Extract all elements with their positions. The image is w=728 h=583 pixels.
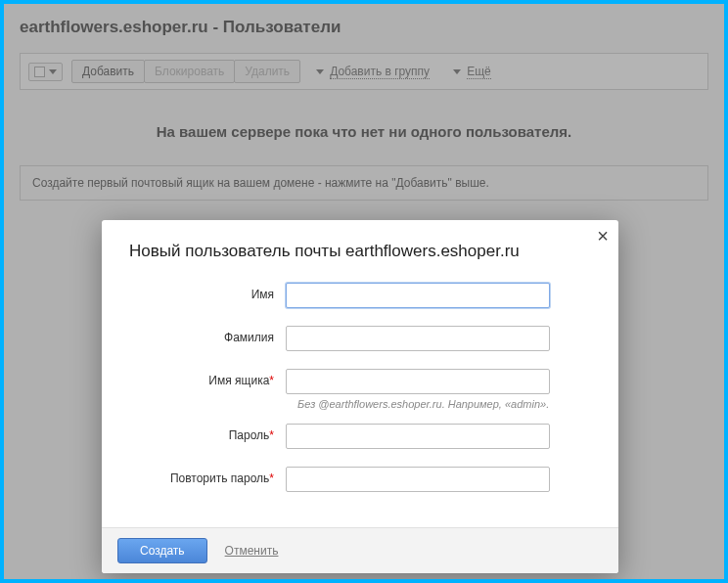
last-name-label: Фамилия <box>129 326 286 344</box>
chevron-down-icon <box>316 69 324 74</box>
create-button[interactable]: Создать <box>117 538 207 563</box>
first-name-input[interactable] <box>286 283 550 308</box>
viewport: earthflowers.eshoper.ru - Пользователи Д… <box>0 0 728 583</box>
mailbox-input[interactable] <box>286 369 550 394</box>
chevron-down-icon <box>49 69 57 74</box>
mailbox-label: Имя ящика* <box>129 369 286 387</box>
close-icon[interactable]: × <box>597 226 609 246</box>
add-button[interactable]: Добавить <box>71 60 145 83</box>
add-to-group-label: Добавить в группу <box>330 65 430 79</box>
empty-state-message: На вашем сервере пока что нет ни одного … <box>20 123 708 140</box>
select-all-checkbox[interactable] <box>28 63 63 81</box>
password-repeat-input[interactable] <box>286 467 550 492</box>
checkbox-icon <box>34 67 45 77</box>
last-name-input[interactable] <box>286 326 550 351</box>
mailbox-helper-text: Без @earthflowers.eshoper.ru. Например, … <box>297 398 591 410</box>
cancel-link[interactable]: Отменить <box>225 544 279 558</box>
new-user-modal: × Новый пользователь почты earthflowers.… <box>102 220 618 573</box>
chevron-down-icon <box>453 69 461 74</box>
toolbar: Добавить Блокировать Удалить Добавить в … <box>20 53 708 90</box>
password-input[interactable] <box>286 424 550 449</box>
block-button[interactable]: Блокировать <box>144 60 235 83</box>
modal-footer: Создать Отменить <box>102 527 618 573</box>
password-label: Пароль* <box>129 424 286 442</box>
more-label: Ещё <box>467 65 491 79</box>
modal-title: Новый пользователь почты earthflowers.es… <box>129 242 591 261</box>
delete-button[interactable]: Удалить <box>234 60 300 83</box>
more-dropdown[interactable]: Ещё <box>445 61 499 83</box>
page-title: earthflowers.eshoper.ru - Пользователи <box>20 18 708 37</box>
first-name-label: Имя <box>129 283 286 301</box>
add-to-group-dropdown[interactable]: Добавить в группу <box>308 61 437 83</box>
password-repeat-label: Повторить пароль* <box>129 467 286 485</box>
hint-banner: Создайте первый почтовый ящик на вашем д… <box>20 165 708 201</box>
